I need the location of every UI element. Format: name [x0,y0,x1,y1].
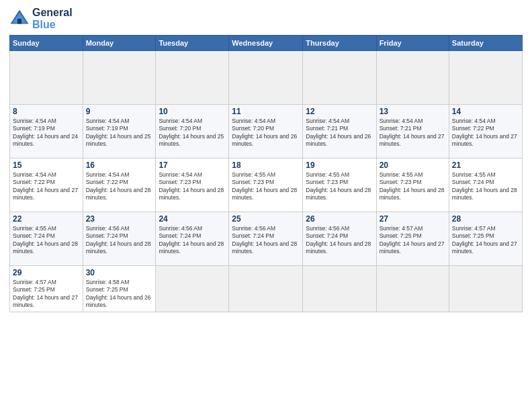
day-number: 19 [306,161,373,170]
day-info: Sunrise: 4:54 AMSunset: 7:21 PMDaylight:… [306,118,373,148]
day-info: Sunrise: 4:56 AMSunset: 7:24 PMDaylight:… [232,225,300,256]
day-number: 26 [306,214,373,224]
day-number: 10 [159,107,226,116]
calendar-cell [303,266,376,312]
day-info: Sunrise: 4:56 AMSunset: 7:24 PMDaylight:… [159,225,226,256]
calendar-cell [229,51,303,105]
header: General Blue [9,7,523,31]
calendar-header-saturday: Saturday [449,36,522,51]
day-info: Sunrise: 4:54 AMSunset: 7:21 PMDaylight:… [380,118,446,148]
logo-text: General Blue [32,7,73,31]
calendar-header-tuesday: Tuesday [156,36,229,51]
day-info: Sunrise: 4:55 AMSunset: 7:24 PMDaylight:… [452,171,519,202]
calendar-header-wednesday: Wednesday [229,36,303,51]
day-number: 13 [380,107,446,116]
day-number: 16 [86,161,153,170]
day-info: Sunrise: 4:55 AMSunset: 7:23 PMDaylight:… [380,171,446,202]
logo: General Blue [9,7,73,31]
day-number: 9 [86,107,153,116]
calendar-week-row: 22Sunrise: 4:55 AMSunset: 7:24 PMDayligh… [10,212,523,266]
calendar-cell: 12Sunrise: 4:54 AMSunset: 7:21 PMDayligh… [303,105,376,158]
calendar-cell [229,266,303,312]
day-number: 27 [380,214,446,224]
calendar-cell: 28Sunrise: 4:57 AMSunset: 7:25 PMDayligh… [449,212,522,266]
day-info: Sunrise: 4:54 AMSunset: 7:19 PMDaylight:… [86,118,153,148]
calendar-cell [156,51,229,105]
day-number: 20 [380,161,446,170]
calendar-week-row: 8Sunrise: 4:54 AMSunset: 7:19 PMDaylight… [10,105,523,158]
calendar-cell [449,51,522,105]
day-number: 15 [13,161,80,170]
calendar-cell: 8Sunrise: 4:54 AMSunset: 7:19 PMDaylight… [10,105,83,158]
calendar-header-monday: Monday [83,36,156,51]
calendar-cell [156,266,229,312]
day-info: Sunrise: 4:54 AMSunset: 7:19 PMDaylight:… [13,118,80,148]
calendar-header-friday: Friday [376,36,449,51]
day-info: Sunrise: 4:56 AMSunset: 7:24 PMDaylight:… [86,225,153,256]
day-info: Sunrise: 4:57 AMSunset: 7:25 PMDaylight:… [452,225,519,256]
logo-icon [9,9,30,29]
calendar-cell: 30Sunrise: 4:58 AMSunset: 7:25 PMDayligh… [83,266,156,312]
calendar-cell: 11Sunrise: 4:54 AMSunset: 7:20 PMDayligh… [229,105,303,158]
calendar-cell [83,51,156,105]
calendar-cell: 24Sunrise: 4:56 AMSunset: 7:24 PMDayligh… [156,212,229,266]
calendar-week-row [10,51,523,105]
calendar-cell: 22Sunrise: 4:55 AMSunset: 7:24 PMDayligh… [10,212,83,266]
day-info: Sunrise: 4:54 AMSunset: 7:20 PMDaylight:… [159,118,226,148]
day-info: Sunrise: 4:57 AMSunset: 7:25 PMDaylight:… [380,225,446,256]
day-info: Sunrise: 4:54 AMSunset: 7:20 PMDaylight:… [232,118,300,148]
day-number: 25 [232,214,300,224]
page: General Blue SundayMondayTuesdayWednesda… [0,0,532,411]
day-number: 30 [86,268,153,277]
day-info: Sunrise: 4:55 AMSunset: 7:23 PMDaylight:… [306,171,373,202]
day-number: 18 [232,161,300,170]
day-info: Sunrise: 4:55 AMSunset: 7:23 PMDaylight:… [232,171,300,202]
day-info: Sunrise: 4:58 AMSunset: 7:25 PMDaylight:… [86,279,153,310]
day-number: 21 [452,161,519,170]
calendar-table: SundayMondayTuesdayWednesdayThursdayFrid… [9,35,523,312]
day-info: Sunrise: 4:54 AMSunset: 7:22 PMDaylight:… [452,118,519,148]
calendar-cell: 14Sunrise: 4:54 AMSunset: 7:22 PMDayligh… [449,105,522,158]
calendar-header-thursday: Thursday [303,36,376,51]
calendar-cell: 21Sunrise: 4:55 AMSunset: 7:24 PMDayligh… [449,158,522,212]
calendar-cell: 13Sunrise: 4:54 AMSunset: 7:21 PMDayligh… [376,105,449,158]
day-info: Sunrise: 4:54 AMSunset: 7:23 PMDaylight:… [159,171,226,202]
calendar-header-row: SundayMondayTuesdayWednesdayThursdayFrid… [10,36,523,51]
calendar-cell [449,266,522,312]
calendar-cell: 27Sunrise: 4:57 AMSunset: 7:25 PMDayligh… [376,212,449,266]
calendar-cell [10,51,83,105]
calendar-cell: 15Sunrise: 4:54 AMSunset: 7:22 PMDayligh… [10,158,83,212]
day-number: 12 [306,107,373,116]
day-info: Sunrise: 4:54 AMSunset: 7:22 PMDaylight:… [13,171,80,202]
calendar-cell: 10Sunrise: 4:54 AMSunset: 7:20 PMDayligh… [156,105,229,158]
calendar-cell: 16Sunrise: 4:54 AMSunset: 7:22 PMDayligh… [83,158,156,212]
day-number: 14 [452,107,519,116]
day-number: 24 [159,214,226,224]
day-number: 23 [86,214,153,224]
svg-rect-2 [17,19,21,24]
calendar-cell [376,51,449,105]
calendar-cell: 23Sunrise: 4:56 AMSunset: 7:24 PMDayligh… [83,212,156,266]
calendar-header-sunday: Sunday [10,36,83,51]
calendar-cell: 29Sunrise: 4:57 AMSunset: 7:25 PMDayligh… [10,266,83,312]
day-number: 29 [13,268,80,277]
calendar-cell: 25Sunrise: 4:56 AMSunset: 7:24 PMDayligh… [229,212,303,266]
calendar-cell: 26Sunrise: 4:56 AMSunset: 7:24 PMDayligh… [303,212,376,266]
calendar-cell: 19Sunrise: 4:55 AMSunset: 7:23 PMDayligh… [303,158,376,212]
calendar-week-row: 29Sunrise: 4:57 AMSunset: 7:25 PMDayligh… [10,266,523,312]
day-info: Sunrise: 4:56 AMSunset: 7:24 PMDaylight:… [306,225,373,256]
day-number: 22 [13,214,80,224]
day-number: 8 [13,107,80,116]
calendar-cell: 9Sunrise: 4:54 AMSunset: 7:19 PMDaylight… [83,105,156,158]
calendar-cell [303,51,376,105]
calendar-week-row: 15Sunrise: 4:54 AMSunset: 7:22 PMDayligh… [10,158,523,212]
calendar-cell: 17Sunrise: 4:54 AMSunset: 7:23 PMDayligh… [156,158,229,212]
day-number: 11 [232,107,300,116]
day-info: Sunrise: 4:54 AMSunset: 7:22 PMDaylight:… [86,171,153,202]
day-number: 17 [159,161,226,170]
day-info: Sunrise: 4:55 AMSunset: 7:24 PMDaylight:… [13,225,80,256]
day-info: Sunrise: 4:57 AMSunset: 7:25 PMDaylight:… [13,279,80,310]
calendar-cell: 20Sunrise: 4:55 AMSunset: 7:23 PMDayligh… [376,158,449,212]
day-number: 28 [452,214,519,224]
calendar-cell [376,266,449,312]
